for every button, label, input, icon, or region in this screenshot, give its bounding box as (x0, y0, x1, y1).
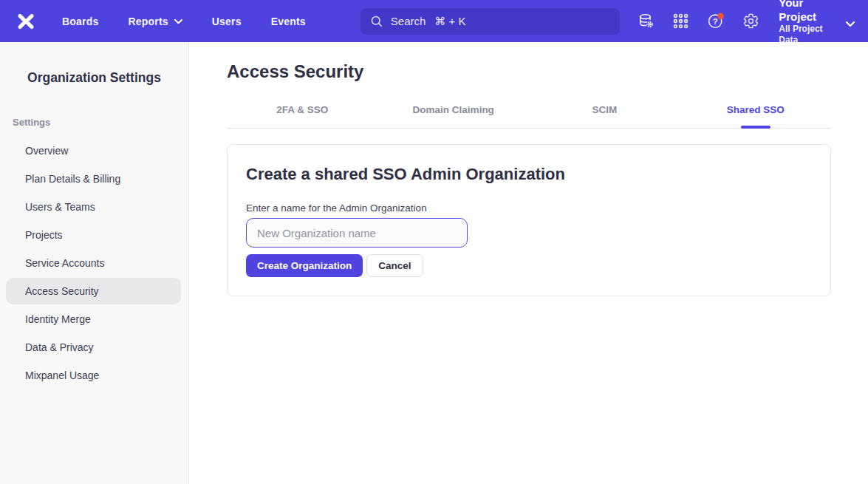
sidebar-item-mixpanel-usage[interactable]: Mixpanel Usage (0, 361, 188, 389)
access-security-tabs: 2FA & SSO Domain Claiming SCIM Shared SS… (227, 92, 831, 129)
navbar-right-actions: ? Your Project All Project Data (620, 0, 855, 46)
sidebar-item-label: Service Accounts (25, 257, 104, 269)
sidebar-item-data-privacy[interactable]: Data & Privacy (0, 333, 188, 361)
nav-item-label: Reports (128, 16, 168, 27)
create-shared-sso-card: Create a shared SSO Admin Organization E… (227, 144, 831, 296)
question-mark-glyph: ? (713, 17, 718, 26)
main-content: Access Security 2FA & SSO Domain Claimin… (189, 42, 868, 484)
sidebar-item-users-teams[interactable]: Users & Teams (0, 193, 188, 221)
nav-item-events[interactable]: Events (256, 0, 321, 42)
chevron-down-icon (174, 19, 182, 24)
nav-item-label: Events (271, 16, 306, 27)
help-icon[interactable]: ? (707, 13, 725, 30)
primary-nav: Boards Reports Users Events (47, 0, 321, 42)
sidebar-item-label: Overview (25, 145, 68, 157)
data-management-icon[interactable] (638, 13, 655, 30)
nav-item-label: Boards (62, 16, 98, 27)
create-organization-button[interactable]: Create Organization (246, 254, 363, 277)
sidebar-item-label: Access Security (25, 285, 99, 297)
sidebar-item-label: Projects (25, 229, 63, 241)
sidebar-title: Organization Settings (0, 70, 188, 86)
cancel-button[interactable]: Cancel (366, 254, 423, 277)
search-placeholder: Search (391, 15, 426, 27)
card-actions: Create Organization Cancel (246, 254, 812, 277)
tab-label: Shared SSO (727, 104, 785, 115)
org-name-input[interactable] (246, 218, 468, 248)
tab-label: SCIM (592, 104, 617, 115)
notification-dot (718, 13, 725, 19)
sidebar-item-service-accounts[interactable]: Service Accounts (0, 249, 188, 277)
sidebar-item-label: Identity Merge (25, 313, 91, 325)
sidebar-item-label: Mixpanel Usage (25, 369, 99, 381)
nav-item-users[interactable]: Users (197, 0, 256, 42)
project-title: Your Project (779, 0, 830, 24)
project-switcher[interactable]: Your Project All Project Data (779, 0, 855, 46)
sidebar-item-label: Data & Privacy (25, 341, 94, 353)
sidebar-item-overview[interactable]: Overview (0, 137, 188, 165)
sidebar-item-projects[interactable]: Projects (0, 221, 188, 249)
org-name-field-label: Enter a name for the Admin Organization (246, 202, 812, 214)
sidebar-item-plan-details-billing[interactable]: Plan Details & Billing (0, 165, 188, 193)
global-search-input[interactable]: Search ⌘ + K (360, 8, 620, 35)
search-shortcut-hint: ⌘ + K (434, 15, 465, 28)
nav-item-label: Users (212, 16, 242, 27)
search-icon (370, 15, 383, 28)
apps-grid-icon[interactable] (672, 13, 689, 30)
chevron-down-icon (846, 21, 855, 27)
settings-gear-icon[interactable] (742, 13, 759, 30)
tab-scim[interactable]: SCIM (529, 92, 680, 128)
top-navbar: Boards Reports Users Events Search ⌘ + K (0, 0, 868, 42)
nav-item-boards[interactable]: Boards (47, 0, 113, 42)
project-meta: Your Project All Project Data (779, 0, 830, 46)
tab-domain-claiming[interactable]: Domain Claiming (378, 92, 530, 128)
page-title: Access Security (227, 61, 831, 82)
sidebar-item-label: Plan Details & Billing (25, 173, 120, 185)
card-title: Create a shared SSO Admin Organization (246, 165, 812, 184)
tab-2fa-sso[interactable]: 2FA & SSO (227, 92, 378, 128)
tab-shared-sso[interactable]: Shared SSO (680, 92, 832, 128)
tab-label: 2FA & SSO (276, 104, 328, 115)
sidebar-item-label: Users & Teams (25, 201, 95, 213)
sidebar-item-identity-merge[interactable]: Identity Merge (0, 305, 188, 333)
org-settings-sidebar: Organization Settings Settings Overview … (0, 42, 189, 484)
sidebar-section-settings: Settings (13, 117, 188, 128)
tab-label: Domain Claiming (413, 104, 494, 115)
mixpanel-logo-icon[interactable] (15, 10, 37, 33)
nav-item-reports[interactable]: Reports (113, 0, 197, 42)
sidebar-item-access-security[interactable]: Access Security (6, 278, 181, 304)
